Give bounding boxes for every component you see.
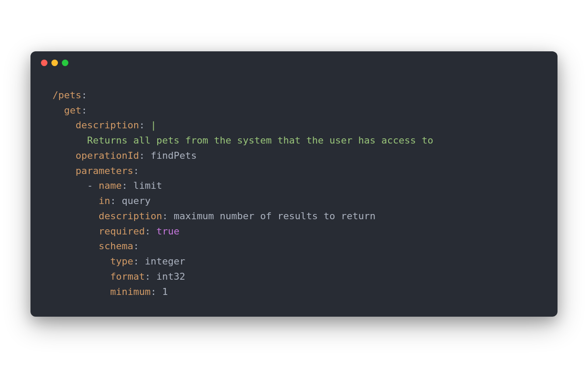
code-token-key: schema bbox=[98, 241, 133, 251]
code-token-plain bbox=[41, 226, 98, 237]
code-token-plain: : bbox=[151, 286, 162, 297]
code-token-key: description bbox=[98, 211, 162, 221]
code-token-plain bbox=[41, 135, 87, 146]
code-token-plain bbox=[41, 256, 110, 267]
code-token-key: format bbox=[110, 271, 145, 282]
code-token-key: minimum bbox=[110, 286, 151, 297]
window-titlebar bbox=[30, 51, 558, 66]
code-token-string: Returns all pets from the system that th… bbox=[87, 135, 433, 146]
code-token-plain bbox=[41, 120, 75, 130]
code-token-plain: : limit bbox=[122, 180, 162, 191]
code-token-plain bbox=[41, 150, 75, 161]
code-token-plain: : bbox=[133, 165, 139, 176]
code-token-plain bbox=[41, 211, 98, 221]
code-token-const: true bbox=[156, 226, 179, 237]
code-token-key: description bbox=[75, 120, 139, 130]
code-token-plain: - bbox=[41, 180, 98, 191]
code-token-plain: : bbox=[139, 120, 151, 130]
code-token-key: operationId bbox=[75, 150, 139, 161]
code-block: /pets: get: description: | Returns all p… bbox=[30, 66, 558, 317]
code-token-plain bbox=[41, 271, 110, 282]
code-token-key: get bbox=[64, 105, 81, 116]
code-token-key: required bbox=[98, 226, 145, 237]
code-token-num: 1 bbox=[162, 286, 168, 297]
code-token-plain bbox=[41, 90, 53, 100]
code-token-string: | bbox=[151, 120, 156, 130]
code-token-key: parameters bbox=[75, 165, 133, 176]
code-token-plain bbox=[41, 165, 75, 176]
maximize-icon[interactable] bbox=[62, 60, 68, 66]
code-token-plain: : int32 bbox=[145, 271, 185, 282]
code-token-plain: : maximum number of results to return bbox=[162, 211, 375, 221]
code-token-plain: : bbox=[133, 241, 139, 251]
minimize-icon[interactable] bbox=[51, 60, 58, 66]
code-window: /pets: get: description: | Returns all p… bbox=[30, 51, 558, 317]
code-token-key: in bbox=[98, 195, 110, 206]
code-token-plain bbox=[41, 241, 98, 251]
code-token-key: name bbox=[98, 180, 122, 191]
code-token-plain: : findPets bbox=[139, 150, 196, 161]
code-token-plain: : bbox=[145, 226, 156, 237]
code-token-plain: : bbox=[81, 90, 87, 100]
code-token-plain bbox=[41, 195, 98, 206]
code-token-plain: : query bbox=[110, 195, 151, 206]
code-token-plain bbox=[41, 286, 110, 297]
close-icon[interactable] bbox=[41, 60, 47, 66]
code-token-plain: : integer bbox=[133, 256, 185, 267]
code-token-key: /pets bbox=[53, 90, 81, 100]
code-token-plain bbox=[41, 105, 64, 116]
code-token-plain: : bbox=[81, 105, 87, 116]
code-token-key: type bbox=[110, 256, 133, 267]
